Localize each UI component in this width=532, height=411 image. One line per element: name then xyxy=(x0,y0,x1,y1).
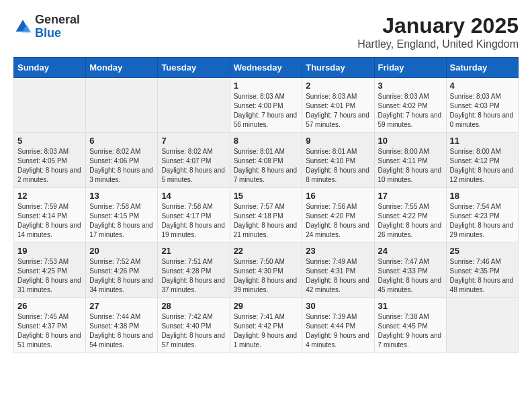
calendar-cell: 23Sunrise: 7:49 AM Sunset: 4:31 PM Dayli… xyxy=(302,243,374,298)
day-info: Sunrise: 7:38 AM Sunset: 4:45 PM Dayligh… xyxy=(378,312,443,350)
day-info: Sunrise: 8:03 AM Sunset: 4:05 PM Dayligh… xyxy=(17,147,82,185)
location: Hartley, England, United Kingdom xyxy=(357,38,519,50)
day-number: 27 xyxy=(89,301,154,311)
calendar-cell xyxy=(158,78,230,133)
weekday-header-friday: Friday xyxy=(374,58,446,78)
day-number: 4 xyxy=(450,81,515,91)
day-number: 29 xyxy=(234,301,299,311)
week-row-2: 5Sunrise: 8:03 AM Sunset: 4:05 PM Daylig… xyxy=(14,133,519,188)
week-row-5: 26Sunrise: 7:45 AM Sunset: 4:37 PM Dayli… xyxy=(14,298,519,353)
day-number: 15 xyxy=(234,191,299,201)
day-number: 9 xyxy=(306,136,370,146)
calendar-cell: 28Sunrise: 7:42 AM Sunset: 4:40 PM Dayli… xyxy=(158,298,230,353)
page-header: General Blue January 2025 Hartley, Engla… xyxy=(13,13,519,50)
day-number: 10 xyxy=(378,136,443,146)
day-number: 21 xyxy=(161,246,226,256)
calendar-cell: 20Sunrise: 7:52 AM Sunset: 4:26 PM Dayli… xyxy=(86,243,158,298)
logo-general: General xyxy=(35,13,80,26)
day-info: Sunrise: 8:01 AM Sunset: 4:08 PM Dayligh… xyxy=(234,147,299,185)
week-row-3: 12Sunrise: 7:59 AM Sunset: 4:14 PM Dayli… xyxy=(14,188,519,243)
calendar-cell: 30Sunrise: 7:39 AM Sunset: 4:44 PM Dayli… xyxy=(302,298,374,353)
day-number: 20 xyxy=(89,246,154,256)
day-info: Sunrise: 7:47 AM Sunset: 4:33 PM Dayligh… xyxy=(378,257,443,295)
calendar-body: 1Sunrise: 8:03 AM Sunset: 4:00 PM Daylig… xyxy=(14,78,519,353)
day-info: Sunrise: 8:02 AM Sunset: 4:06 PM Dayligh… xyxy=(89,147,154,185)
calendar-cell: 10Sunrise: 8:00 AM Sunset: 4:11 PM Dayli… xyxy=(374,133,446,188)
day-info: Sunrise: 7:51 AM Sunset: 4:28 PM Dayligh… xyxy=(161,257,226,295)
weekday-header-tuesday: Tuesday xyxy=(158,58,230,78)
calendar-cell xyxy=(86,78,158,133)
day-number: 2 xyxy=(306,81,370,91)
calendar-cell: 5Sunrise: 8:03 AM Sunset: 4:05 PM Daylig… xyxy=(14,133,86,188)
weekday-header-thursday: Thursday xyxy=(302,58,374,78)
day-info: Sunrise: 7:58 AM Sunset: 4:15 PM Dayligh… xyxy=(89,202,154,240)
week-row-4: 19Sunrise: 7:53 AM Sunset: 4:25 PM Dayli… xyxy=(14,243,519,298)
day-number: 11 xyxy=(450,136,515,146)
day-info: Sunrise: 8:00 AM Sunset: 4:11 PM Dayligh… xyxy=(378,147,443,185)
calendar-cell: 19Sunrise: 7:53 AM Sunset: 4:25 PM Dayli… xyxy=(14,243,86,298)
calendar-cell xyxy=(446,298,518,353)
calendar-cell: 27Sunrise: 7:44 AM Sunset: 4:38 PM Dayli… xyxy=(86,298,158,353)
day-number: 3 xyxy=(378,81,443,91)
calendar-cell: 9Sunrise: 8:01 AM Sunset: 4:10 PM Daylig… xyxy=(302,133,374,188)
day-info: Sunrise: 7:52 AM Sunset: 4:26 PM Dayligh… xyxy=(89,257,154,295)
calendar: SundayMondayTuesdayWednesdayThursdayFrid… xyxy=(13,57,519,353)
calendar-cell: 8Sunrise: 8:01 AM Sunset: 4:08 PM Daylig… xyxy=(230,133,302,188)
calendar-cell: 24Sunrise: 7:47 AM Sunset: 4:33 PM Dayli… xyxy=(374,243,446,298)
logo: General Blue xyxy=(13,13,80,40)
weekday-header-row: SundayMondayTuesdayWednesdayThursdayFrid… xyxy=(14,58,519,78)
day-number: 14 xyxy=(161,191,226,201)
calendar-cell: 22Sunrise: 7:50 AM Sunset: 4:30 PM Dayli… xyxy=(230,243,302,298)
calendar-cell: 18Sunrise: 7:54 AM Sunset: 4:23 PM Dayli… xyxy=(446,188,518,243)
calendar-cell: 1Sunrise: 8:03 AM Sunset: 4:00 PM Daylig… xyxy=(230,78,302,133)
calendar-cell: 14Sunrise: 7:58 AM Sunset: 4:17 PM Dayli… xyxy=(158,188,230,243)
day-info: Sunrise: 8:01 AM Sunset: 4:10 PM Dayligh… xyxy=(306,147,370,185)
weekday-header-monday: Monday xyxy=(86,58,158,78)
calendar-cell: 4Sunrise: 8:03 AM Sunset: 4:03 PM Daylig… xyxy=(446,78,518,133)
calendar-cell: 16Sunrise: 7:56 AM Sunset: 4:20 PM Dayli… xyxy=(302,188,374,243)
day-info: Sunrise: 7:50 AM Sunset: 4:30 PM Dayligh… xyxy=(234,257,299,295)
day-info: Sunrise: 7:46 AM Sunset: 4:35 PM Dayligh… xyxy=(450,257,515,295)
day-number: 30 xyxy=(306,301,370,311)
day-number: 24 xyxy=(378,246,443,256)
weekday-header-wednesday: Wednesday xyxy=(230,58,302,78)
logo-text: General Blue xyxy=(35,13,80,40)
day-number: 31 xyxy=(378,301,443,311)
day-info: Sunrise: 8:03 AM Sunset: 4:01 PM Dayligh… xyxy=(306,92,370,130)
day-number: 7 xyxy=(161,136,226,146)
day-info: Sunrise: 8:03 AM Sunset: 4:00 PM Dayligh… xyxy=(234,92,299,130)
day-number: 1 xyxy=(234,81,299,91)
calendar-cell: 25Sunrise: 7:46 AM Sunset: 4:35 PM Dayli… xyxy=(446,243,518,298)
day-number: 13 xyxy=(89,191,154,201)
day-number: 23 xyxy=(306,246,370,256)
calendar-cell: 17Sunrise: 7:55 AM Sunset: 4:22 PM Dayli… xyxy=(374,188,446,243)
day-info: Sunrise: 7:58 AM Sunset: 4:17 PM Dayligh… xyxy=(161,202,226,240)
calendar-cell: 26Sunrise: 7:45 AM Sunset: 4:37 PM Dayli… xyxy=(14,298,86,353)
day-info: Sunrise: 7:55 AM Sunset: 4:22 PM Dayligh… xyxy=(378,202,443,240)
weekday-header-sunday: Sunday xyxy=(14,58,86,78)
week-row-1: 1Sunrise: 8:03 AM Sunset: 4:00 PM Daylig… xyxy=(14,78,519,133)
day-info: Sunrise: 7:41 AM Sunset: 4:42 PM Dayligh… xyxy=(234,312,299,350)
day-info: Sunrise: 7:53 AM Sunset: 4:25 PM Dayligh… xyxy=(17,257,82,295)
calendar-cell: 15Sunrise: 7:57 AM Sunset: 4:18 PM Dayli… xyxy=(230,188,302,243)
day-number: 28 xyxy=(161,301,226,311)
day-info: Sunrise: 7:56 AM Sunset: 4:20 PM Dayligh… xyxy=(306,202,370,240)
day-info: Sunrise: 7:49 AM Sunset: 4:31 PM Dayligh… xyxy=(306,257,370,295)
day-info: Sunrise: 7:42 AM Sunset: 4:40 PM Dayligh… xyxy=(161,312,226,350)
day-info: Sunrise: 7:57 AM Sunset: 4:18 PM Dayligh… xyxy=(234,202,299,240)
month-title: January 2025 xyxy=(357,13,519,38)
day-number: 19 xyxy=(17,246,82,256)
day-info: Sunrise: 8:02 AM Sunset: 4:07 PM Dayligh… xyxy=(161,147,226,185)
weekday-header-saturday: Saturday xyxy=(446,58,518,78)
day-number: 22 xyxy=(234,246,299,256)
day-number: 16 xyxy=(306,191,370,201)
logo-icon xyxy=(13,17,32,36)
calendar-cell: 13Sunrise: 7:58 AM Sunset: 4:15 PM Dayli… xyxy=(86,188,158,243)
day-info: Sunrise: 7:44 AM Sunset: 4:38 PM Dayligh… xyxy=(89,312,154,350)
calendar-cell: 12Sunrise: 7:59 AM Sunset: 4:14 PM Dayli… xyxy=(14,188,86,243)
calendar-cell: 7Sunrise: 8:02 AM Sunset: 4:07 PM Daylig… xyxy=(158,133,230,188)
day-number: 8 xyxy=(234,136,299,146)
day-info: Sunrise: 8:03 AM Sunset: 4:03 PM Dayligh… xyxy=(450,92,515,130)
day-number: 12 xyxy=(17,191,82,201)
title-area: January 2025 Hartley, England, United Ki… xyxy=(357,13,519,50)
